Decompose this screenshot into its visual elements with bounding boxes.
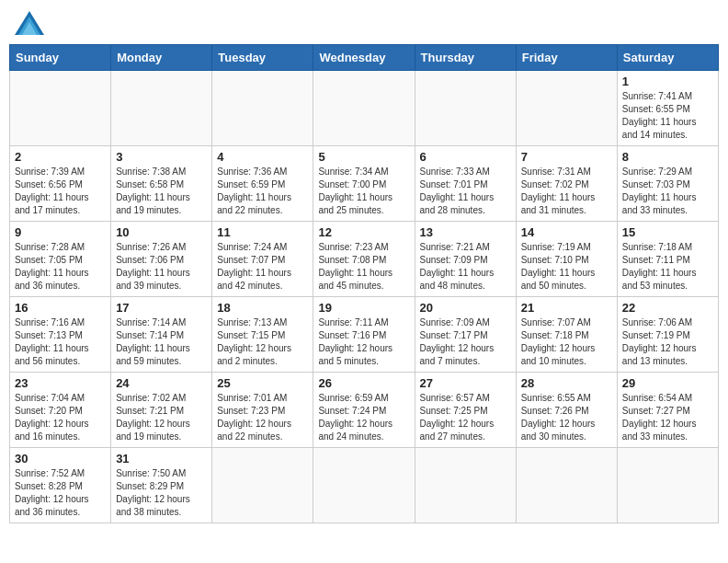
calendar-cell	[313, 71, 415, 146]
day-number: 13	[420, 225, 511, 239]
calendar-cell: 25Sunrise: 7:01 AM Sunset: 7:23 PM Dayli…	[212, 373, 313, 448]
calendar-cell: 22Sunrise: 7:06 AM Sunset: 7:19 PM Dayli…	[617, 297, 718, 373]
weekday-header-thursday: Thursday	[415, 45, 516, 71]
week-row-3: 9Sunrise: 7:28 AM Sunset: 7:05 PM Daylig…	[10, 222, 719, 297]
day-number: 19	[318, 301, 409, 315]
logo-icon	[13, 9, 46, 37]
week-row-6: 30Sunrise: 7:52 AM Sunset: 8:28 PM Dayli…	[10, 448, 719, 523]
calendar-cell: 23Sunrise: 7:04 AM Sunset: 7:20 PM Dayli…	[10, 373, 111, 448]
calendar-cell: 14Sunrise: 7:19 AM Sunset: 7:10 PM Dayli…	[516, 222, 617, 297]
day-info: Sunrise: 7:18 AM Sunset: 7:11 PM Dayligh…	[622, 241, 713, 293]
calendar-cell: 8Sunrise: 7:29 AM Sunset: 7:03 PM Daylig…	[617, 146, 718, 222]
day-info: Sunrise: 7:07 AM Sunset: 7:18 PM Dayligh…	[521, 316, 612, 368]
calendar-cell: 28Sunrise: 6:55 AM Sunset: 7:26 PM Dayli…	[516, 373, 617, 448]
calendar-cell: 29Sunrise: 6:54 AM Sunset: 7:27 PM Dayli…	[617, 373, 718, 448]
day-info: Sunrise: 7:21 AM Sunset: 7:09 PM Dayligh…	[420, 241, 511, 293]
calendar-cell	[212, 71, 313, 146]
day-number: 16	[15, 301, 106, 315]
day-info: Sunrise: 7:02 AM Sunset: 7:21 PM Dayligh…	[116, 392, 207, 443]
weekday-header-row: SundayMondayTuesdayWednesdayThursdayFrid…	[10, 45, 719, 71]
day-number: 9	[15, 225, 106, 239]
day-number: 8	[622, 150, 713, 164]
calendar-cell: 9Sunrise: 7:28 AM Sunset: 7:05 PM Daylig…	[10, 222, 111, 297]
day-info: Sunrise: 6:54 AM Sunset: 7:27 PM Dayligh…	[622, 392, 713, 443]
calendar-cell	[415, 448, 516, 523]
day-number: 27	[420, 376, 511, 390]
day-number: 3	[116, 150, 207, 164]
day-number: 6	[420, 150, 511, 164]
day-number: 11	[217, 225, 308, 239]
day-number: 2	[15, 150, 106, 164]
weekday-header-saturday: Saturday	[617, 45, 718, 71]
calendar-cell: 17Sunrise: 7:14 AM Sunset: 7:14 PM Dayli…	[111, 297, 212, 373]
day-number: 14	[521, 225, 612, 239]
day-info: Sunrise: 7:26 AM Sunset: 7:06 PM Dayligh…	[116, 241, 207, 293]
calendar-cell: 7Sunrise: 7:31 AM Sunset: 7:02 PM Daylig…	[516, 146, 617, 222]
calendar-cell	[212, 448, 313, 523]
calendar-cell: 1Sunrise: 7:41 AM Sunset: 6:55 PM Daylig…	[617, 71, 718, 146]
calendar-cell: 31Sunrise: 7:50 AM Sunset: 8:29 PM Dayli…	[111, 448, 212, 523]
day-number: 29	[622, 376, 713, 390]
day-number: 31	[116, 452, 207, 465]
calendar-cell: 10Sunrise: 7:26 AM Sunset: 7:06 PM Dayli…	[111, 222, 212, 297]
calendar-cell: 13Sunrise: 7:21 AM Sunset: 7:09 PM Dayli…	[415, 222, 516, 297]
day-number: 1	[622, 75, 713, 88]
page-header	[9, 9, 719, 37]
weekday-header-sunday: Sunday	[10, 45, 111, 71]
calendar-cell: 6Sunrise: 7:33 AM Sunset: 7:01 PM Daylig…	[415, 146, 516, 222]
day-info: Sunrise: 7:28 AM Sunset: 7:05 PM Dayligh…	[15, 241, 106, 293]
day-info: Sunrise: 6:55 AM Sunset: 7:26 PM Dayligh…	[521, 392, 612, 443]
day-number: 17	[116, 301, 207, 315]
day-number: 22	[622, 301, 713, 315]
day-number: 25	[217, 376, 308, 390]
calendar-cell: 16Sunrise: 7:16 AM Sunset: 7:13 PM Dayli…	[10, 297, 111, 373]
day-number: 20	[420, 301, 511, 315]
day-info: Sunrise: 7:33 AM Sunset: 7:01 PM Dayligh…	[420, 166, 511, 217]
calendar-cell: 4Sunrise: 7:36 AM Sunset: 6:59 PM Daylig…	[212, 146, 313, 222]
weekday-header-monday: Monday	[111, 45, 212, 71]
calendar-cell: 24Sunrise: 7:02 AM Sunset: 7:21 PM Dayli…	[111, 373, 212, 448]
calendar-cell: 27Sunrise: 6:57 AM Sunset: 7:25 PM Dayli…	[415, 373, 516, 448]
day-number: 28	[521, 376, 612, 390]
calendar-cell: 21Sunrise: 7:07 AM Sunset: 7:18 PM Dayli…	[516, 297, 617, 373]
day-info: Sunrise: 7:50 AM Sunset: 8:29 PM Dayligh…	[116, 467, 207, 519]
weekday-header-friday: Friday	[516, 45, 617, 71]
calendar: SundayMondayTuesdayWednesdayThursdayFrid…	[9, 44, 719, 523]
logo	[13, 9, 50, 37]
day-number: 24	[116, 376, 207, 390]
day-info: Sunrise: 7:04 AM Sunset: 7:20 PM Dayligh…	[15, 392, 106, 443]
day-number: 7	[521, 150, 612, 164]
day-info: Sunrise: 7:19 AM Sunset: 7:10 PM Dayligh…	[521, 241, 612, 293]
calendar-cell: 19Sunrise: 7:11 AM Sunset: 7:16 PM Dayli…	[313, 297, 415, 373]
day-info: Sunrise: 7:11 AM Sunset: 7:16 PM Dayligh…	[318, 316, 409, 368]
calendar-cell: 11Sunrise: 7:24 AM Sunset: 7:07 PM Dayli…	[212, 222, 313, 297]
day-info: Sunrise: 7:01 AM Sunset: 7:23 PM Dayligh…	[217, 392, 308, 443]
calendar-cell	[415, 71, 516, 146]
day-info: Sunrise: 7:16 AM Sunset: 7:13 PM Dayligh…	[15, 316, 106, 368]
calendar-cell	[516, 448, 617, 523]
day-number: 5	[318, 150, 409, 164]
calendar-cell: 20Sunrise: 7:09 AM Sunset: 7:17 PM Dayli…	[415, 297, 516, 373]
day-info: Sunrise: 7:24 AM Sunset: 7:07 PM Dayligh…	[217, 241, 308, 293]
week-row-5: 23Sunrise: 7:04 AM Sunset: 7:20 PM Dayli…	[10, 373, 719, 448]
day-number: 10	[116, 225, 207, 239]
week-row-4: 16Sunrise: 7:16 AM Sunset: 7:13 PM Dayli…	[10, 297, 719, 373]
day-number: 18	[217, 301, 308, 315]
day-number: 15	[622, 225, 713, 239]
day-info: Sunrise: 7:31 AM Sunset: 7:02 PM Dayligh…	[521, 166, 612, 217]
calendar-cell: 18Sunrise: 7:13 AM Sunset: 7:15 PM Dayli…	[212, 297, 313, 373]
day-info: Sunrise: 7:23 AM Sunset: 7:08 PM Dayligh…	[318, 241, 409, 293]
calendar-cell	[313, 448, 415, 523]
day-number: 26	[318, 376, 409, 390]
day-info: Sunrise: 7:34 AM Sunset: 7:00 PM Dayligh…	[318, 166, 409, 217]
day-number: 23	[15, 376, 106, 390]
day-info: Sunrise: 7:52 AM Sunset: 8:28 PM Dayligh…	[15, 467, 106, 519]
day-info: Sunrise: 7:38 AM Sunset: 6:58 PM Dayligh…	[116, 166, 207, 217]
calendar-cell: 3Sunrise: 7:38 AM Sunset: 6:58 PM Daylig…	[111, 146, 212, 222]
week-row-1: 1Sunrise: 7:41 AM Sunset: 6:55 PM Daylig…	[10, 71, 719, 146]
day-info: Sunrise: 7:29 AM Sunset: 7:03 PM Dayligh…	[622, 166, 713, 217]
calendar-cell: 30Sunrise: 7:52 AM Sunset: 8:28 PM Dayli…	[10, 448, 111, 523]
weekday-header-tuesday: Tuesday	[212, 45, 313, 71]
weekday-header-wednesday: Wednesday	[313, 45, 415, 71]
day-number: 21	[521, 301, 612, 315]
